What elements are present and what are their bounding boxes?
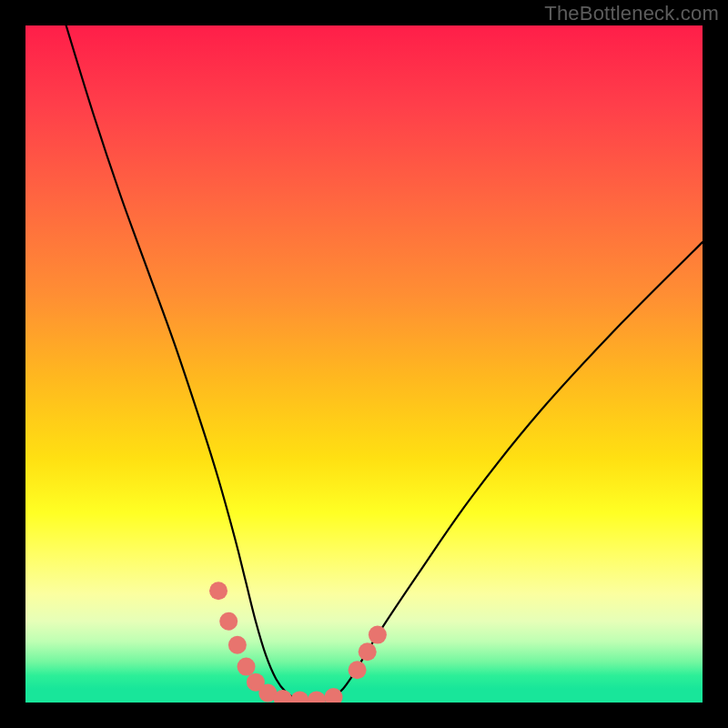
curve-marker — [308, 691, 326, 703]
watermark-text: TheBottleneck.com — [544, 2, 719, 25]
curve-marker — [209, 581, 228, 600]
chart-frame: TheBottleneck.com — [0, 0, 728, 728]
curve-marker — [219, 612, 238, 631]
curve-marker — [349, 661, 367, 679]
curve-layer — [25, 25, 703, 703]
curve-marker — [359, 642, 377, 661]
curve-marker — [325, 688, 343, 703]
curve-marker — [238, 658, 256, 676]
curve-marker — [369, 626, 387, 644]
bottleneck-curve — [66, 25, 703, 701]
curve-marker — [228, 636, 247, 654]
curve-markers — [209, 581, 387, 703]
plot-area — [25, 25, 703, 703]
curve-marker — [290, 691, 308, 703]
